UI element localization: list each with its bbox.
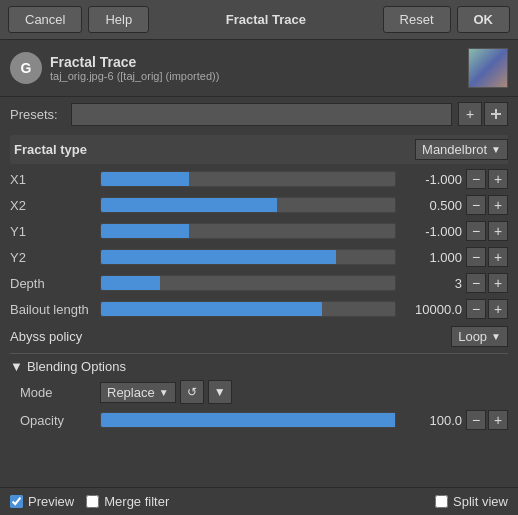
param-bar-4[interactable]: [100, 275, 396, 291]
merge-filter-checkbox-label[interactable]: Merge filter: [86, 494, 169, 509]
param-row-x1: X1 -1.000 − +: [10, 166, 508, 192]
param-increase-4[interactable]: +: [488, 273, 508, 293]
param-bar-5[interactable]: [100, 301, 396, 317]
param-value-0: -1.000: [396, 172, 466, 187]
param-controls-3: − +: [466, 247, 508, 267]
param-decrease-1[interactable]: −: [466, 195, 486, 215]
param-bar-fill-5: [101, 302, 322, 316]
reset-button[interactable]: Reset: [383, 6, 451, 33]
param-bar-2[interactable]: [100, 223, 396, 239]
param-bar-fill-3: [101, 250, 336, 264]
param-bar-area-5: 10000.0 − +: [100, 299, 508, 319]
param-decrease-0[interactable]: −: [466, 169, 486, 189]
opacity-value: 100.0: [396, 413, 466, 428]
opacity-increase-button[interactable]: +: [488, 410, 508, 430]
opacity-bar[interactable]: [100, 412, 396, 428]
preview-checkbox[interactable]: [10, 495, 23, 508]
blend-reset-button[interactable]: ↺: [180, 380, 204, 404]
opacity-bar-area: 100.0 − +: [100, 410, 508, 430]
opacity-bar-fill: [101, 413, 395, 427]
param-decrease-4[interactable]: −: [466, 273, 486, 293]
param-label-3: Y2: [10, 250, 100, 265]
param-value-4: 3: [396, 276, 466, 291]
fractal-type-row: Fractal type Mandelbrot ▼: [10, 135, 508, 164]
preview-checkbox-label[interactable]: Preview: [10, 494, 74, 509]
toolbar-title: Fractal Trace: [155, 12, 376, 27]
param-bar-area-0: -1.000 − +: [100, 169, 508, 189]
presets-label: Presets:: [10, 107, 65, 122]
cancel-button[interactable]: Cancel: [8, 6, 82, 33]
param-label-2: Y1: [10, 224, 100, 239]
param-row-bailout-length: Bailout length 10000.0 − +: [10, 296, 508, 322]
param-value-3: 1.000: [396, 250, 466, 265]
param-controls-1: − +: [466, 195, 508, 215]
blend-mode-value: Replace: [107, 385, 155, 400]
presets-add-button[interactable]: +: [458, 102, 482, 126]
blend-mode-row: Mode Replace ▼ ↺ ▼: [20, 377, 508, 407]
blending-section-label: Blending Options: [27, 359, 126, 374]
blend-select-area: Replace ▼ ↺ ▼: [100, 380, 508, 404]
blend-reset-icon: ↺: [187, 385, 197, 399]
param-label-1: X2: [10, 198, 100, 213]
abyss-select[interactable]: Loop ▼: [451, 326, 508, 347]
param-bar-area-4: 3 − +: [100, 273, 508, 293]
param-decrease-3[interactable]: −: [466, 247, 486, 267]
split-view-checkbox-label[interactable]: Split view: [435, 494, 508, 509]
blend-extra-button[interactable]: ▼: [208, 380, 232, 404]
header-text: Fractal Trace taj_orig.jpg-6 ([taj_orig]…: [50, 54, 460, 82]
abyss-dropdown-icon: ▼: [491, 331, 501, 342]
presets-select[interactable]: [71, 103, 452, 126]
param-bar-area-3: 1.000 − +: [100, 247, 508, 267]
plugin-title: Fractal Trace: [50, 54, 460, 70]
param-value-1: 0.500: [396, 198, 466, 213]
param-bar-3[interactable]: [100, 249, 396, 265]
param-bar-0[interactable]: [100, 171, 396, 187]
param-bar-area-1: 0.500 − +: [100, 195, 508, 215]
merge-filter-label: Merge filter: [104, 494, 169, 509]
split-view-label: Split view: [453, 494, 508, 509]
param-increase-1[interactable]: +: [488, 195, 508, 215]
svg-rect-1: [495, 109, 497, 119]
param-increase-5[interactable]: +: [488, 299, 508, 319]
param-label-5: Bailout length: [10, 302, 100, 317]
presets-row: Presets: +: [0, 97, 518, 131]
param-controls-2: − +: [466, 221, 508, 241]
fractal-type-select[interactable]: Mandelbrot ▼: [415, 139, 508, 160]
blending-section-header[interactable]: ▼ Blending Options: [10, 353, 508, 377]
abyss-label: Abyss policy: [10, 329, 451, 344]
opacity-controls: − +: [466, 410, 508, 430]
param-row-y1: Y1 -1.000 − +: [10, 218, 508, 244]
presets-buttons: +: [458, 102, 508, 126]
param-decrease-2[interactable]: −: [466, 221, 486, 241]
params-container: X1 -1.000 − + X2 0.500 − +: [10, 166, 508, 322]
param-bar-1[interactable]: [100, 197, 396, 213]
param-decrease-5[interactable]: −: [466, 299, 486, 319]
opacity-decrease-button[interactable]: −: [466, 410, 486, 430]
main-content: Fractal type Mandelbrot ▼ X1 -1.000 − + …: [0, 131, 518, 437]
delete-icon: [490, 108, 502, 120]
image-thumbnail: [468, 48, 508, 88]
blend-mode-select[interactable]: Replace ▼: [100, 382, 176, 403]
footer: Preview Merge filter Split view: [0, 487, 518, 515]
param-increase-3[interactable]: +: [488, 247, 508, 267]
abyss-row: Abyss policy Loop ▼: [10, 322, 508, 351]
param-bar-fill-4: [101, 276, 160, 290]
param-value-5: 10000.0: [396, 302, 466, 317]
param-controls-0: − +: [466, 169, 508, 189]
param-value-2: -1.000: [396, 224, 466, 239]
presets-delete-button[interactable]: [484, 102, 508, 126]
split-view-checkbox[interactable]: [435, 495, 448, 508]
param-bar-fill-0: [101, 172, 189, 186]
blend-extra-icon: ▼: [214, 385, 226, 399]
plugin-subtitle: taj_orig.jpg-6 ([taj_orig] (imported)): [50, 70, 460, 82]
param-label-0: X1: [10, 172, 100, 187]
ok-button[interactable]: OK: [457, 6, 511, 33]
param-increase-0[interactable]: +: [488, 169, 508, 189]
param-increase-2[interactable]: +: [488, 221, 508, 241]
toolbar: Cancel Help Fractal Trace Reset OK: [0, 0, 518, 40]
blending-collapse-icon: ▼: [10, 359, 23, 374]
help-button[interactable]: Help: [88, 6, 149, 33]
param-bar-fill-2: [101, 224, 189, 238]
fractal-type-dropdown-icon: ▼: [491, 144, 501, 155]
merge-filter-checkbox[interactable]: [86, 495, 99, 508]
